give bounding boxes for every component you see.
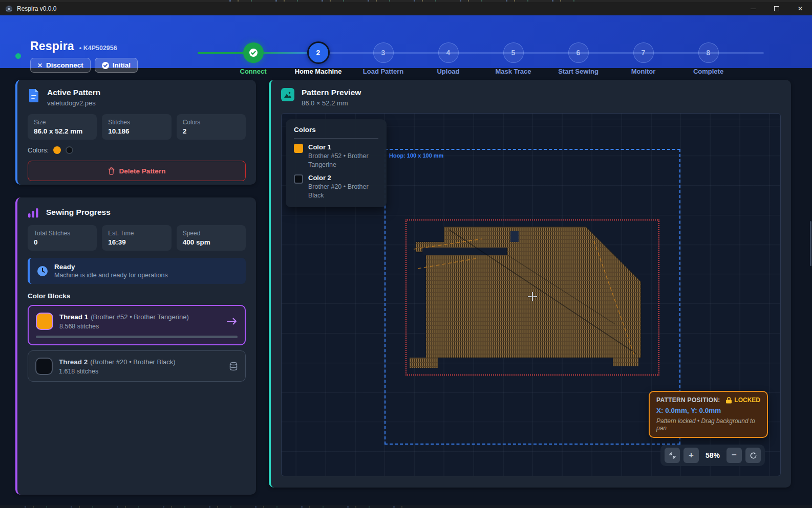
disconnect-button[interactable]: ✕ Disconnect bbox=[30, 58, 91, 73]
maximize-button[interactable] bbox=[765, 2, 788, 15]
step-home-machine[interactable]: 2 Home Machine bbox=[286, 42, 351, 75]
stat-colors: Colors 2 bbox=[177, 114, 246, 140]
close-button[interactable]: ✕ bbox=[788, 2, 812, 15]
step-load-pattern[interactable]: 3 Load Pattern bbox=[351, 42, 416, 75]
clock-icon bbox=[37, 266, 48, 277]
minimize-icon bbox=[751, 9, 756, 9]
legend-title: Colors bbox=[294, 126, 378, 134]
status-title: Ready bbox=[54, 263, 168, 271]
step-complete[interactable]: 8 Complete bbox=[676, 42, 741, 75]
pattern-position-overlay: PATTERN POSITION: LOCKED X: 0.0mm, Y: 0.… bbox=[649, 391, 768, 438]
thread-block-1[interactable]: Thread 1(Brother #52 • Brother Tangerine… bbox=[28, 305, 246, 345]
stat-size: Size 86.0 x 52.2 mm bbox=[28, 114, 97, 140]
titlebar: Respira v0.0.0 ✕ bbox=[0, 2, 812, 15]
step-1-check-icon bbox=[243, 42, 264, 63]
pattern-preview-card: Pattern Preview 86.0 × 52.2 mm Hoop: 100… bbox=[269, 80, 791, 488]
step-upload[interactable]: 4 Upload bbox=[416, 42, 481, 75]
zoom-in-button[interactable]: + bbox=[683, 448, 699, 463]
delete-pattern-button[interactable]: Delete Pattern bbox=[28, 161, 246, 181]
scrollbar-thumb[interactable] bbox=[810, 221, 811, 266]
app-icon bbox=[5, 5, 13, 13]
thread-2-stitch-count: 1.618 stitches bbox=[59, 368, 176, 375]
zoom-out-button[interactable]: − bbox=[726, 448, 742, 463]
step-2-number: 2 bbox=[307, 41, 330, 64]
trash-icon bbox=[108, 167, 115, 175]
desktop-edge-bottom bbox=[0, 505, 812, 508]
active-pattern-title: Active Pattern bbox=[47, 88, 100, 97]
step-7-number: 7 bbox=[633, 42, 654, 63]
pan-hint: Pattern locked • Drag background to pan bbox=[656, 417, 760, 432]
sewing-progress-title: Sewing Progress bbox=[46, 208, 111, 217]
connection-status-dot bbox=[15, 53, 21, 59]
hoop-label: Hoop: 100 x 100 mm bbox=[389, 152, 443, 159]
legend-divider bbox=[294, 138, 378, 139]
stat-speed: Speed 400 spm bbox=[177, 225, 246, 251]
pattern-position-label: PATTERN POSITION: bbox=[656, 396, 720, 404]
step-4-number: 4 bbox=[438, 42, 459, 63]
plus-icon: + bbox=[689, 450, 694, 460]
lock-icon bbox=[726, 397, 732, 404]
bar-chart-icon bbox=[28, 208, 39, 218]
step-3-number: 3 bbox=[373, 42, 394, 63]
machine-serial: • K4P502956 bbox=[79, 45, 117, 52]
color-swatch-black bbox=[66, 146, 73, 154]
arrow-right-icon bbox=[226, 317, 238, 325]
step-start-sewing[interactable]: 6 Start Sewing bbox=[546, 42, 611, 75]
maximize-icon bbox=[774, 6, 779, 11]
fit-view-button[interactable] bbox=[665, 448, 680, 463]
center-crosshair bbox=[528, 292, 537, 301]
thread-1-stitch-count: 8.568 stitches bbox=[59, 323, 189, 330]
zoom-level: 58% bbox=[702, 451, 723, 459]
active-pattern-card: Active Pattern valetudogv2.pes Size 86.0… bbox=[15, 80, 256, 185]
pattern-coordinates: X: 0.0mm, Y: 0.0mm bbox=[656, 407, 760, 414]
close-icon: ✕ bbox=[798, 6, 803, 12]
stat-est-time: Est. Time 16:39 bbox=[102, 225, 171, 251]
disconnect-x-icon: ✕ bbox=[37, 62, 42, 69]
step-mask-trace[interactable]: 5 Mask Trace bbox=[481, 42, 546, 75]
check-circle-icon bbox=[102, 62, 109, 69]
thread-block-2[interactable]: Thread 2(Brother #20 • Brother Black) 1.… bbox=[28, 350, 246, 382]
legend-entry-1: Color 1 Brother #52 • Brother Tangerine bbox=[294, 143, 378, 169]
color-swatch-orange bbox=[53, 146, 61, 154]
legend-swatch-1 bbox=[294, 144, 303, 153]
colors-label: Colors: bbox=[28, 146, 49, 154]
background-window-sliver-bottom bbox=[15, 506, 404, 507]
step-6-number: 6 bbox=[568, 42, 589, 63]
color-blocks-label: Color Blocks bbox=[28, 292, 246, 300]
thread-1-progress-bar bbox=[36, 336, 238, 338]
reset-view-button[interactable] bbox=[745, 448, 761, 463]
stat-stitches: Stitches 10.186 bbox=[102, 114, 171, 140]
initial-button[interactable]: Initial bbox=[95, 58, 138, 73]
step-monitor[interactable]: 7 Monitor bbox=[611, 42, 676, 75]
stepper: Connect 2 Home Machine 3 Load Pattern 4 … bbox=[221, 42, 741, 75]
step-5-number: 5 bbox=[503, 42, 524, 63]
window-title: Respira v0.0.0 bbox=[17, 5, 56, 12]
stat-total-stitches: Total Stitches 0 bbox=[28, 225, 97, 251]
document-icon bbox=[28, 88, 40, 102]
sewing-progress-card: Sewing Progress Total Stitches 0 Est. Ti… bbox=[15, 197, 256, 495]
thread-1-swatch bbox=[36, 313, 53, 330]
pattern-filename: valetudogv2.pes bbox=[47, 99, 100, 107]
brand-title: Respira bbox=[30, 39, 74, 53]
pattern-preview-title: Pattern Preview bbox=[302, 88, 361, 97]
minimize-button[interactable] bbox=[741, 2, 765, 15]
legend-swatch-2 bbox=[294, 174, 303, 184]
pattern-dimensions: 86.0 × 52.2 mm bbox=[302, 99, 361, 107]
locked-badge: LOCKED bbox=[734, 396, 760, 404]
step-connect[interactable]: Connect bbox=[221, 42, 286, 75]
status-description: Machine is idle and ready for operations bbox=[54, 272, 168, 279]
thread-2-swatch bbox=[35, 358, 53, 375]
zoom-controls: + 58% − bbox=[660, 445, 765, 466]
background-window-sliver bbox=[220, 0, 579, 2]
legend-entry-2: Color 2 Brother #20 • Brother Black bbox=[294, 174, 378, 200]
database-stack-icon bbox=[229, 362, 238, 371]
preview-canvas[interactable]: Hoop: 100 x 100 mm bbox=[281, 113, 781, 476]
image-icon bbox=[281, 88, 294, 101]
step-8-number: 8 bbox=[698, 42, 719, 63]
app-header: Respira • K4P502956 ✕ Disconnect Initial… bbox=[0, 15, 812, 68]
machine-status-banner: Ready Machine is idle and ready for oper… bbox=[28, 258, 246, 284]
minus-icon: − bbox=[732, 450, 737, 460]
colors-legend: Colors Color 1 Brother #52 • Brother Tan… bbox=[286, 119, 387, 207]
